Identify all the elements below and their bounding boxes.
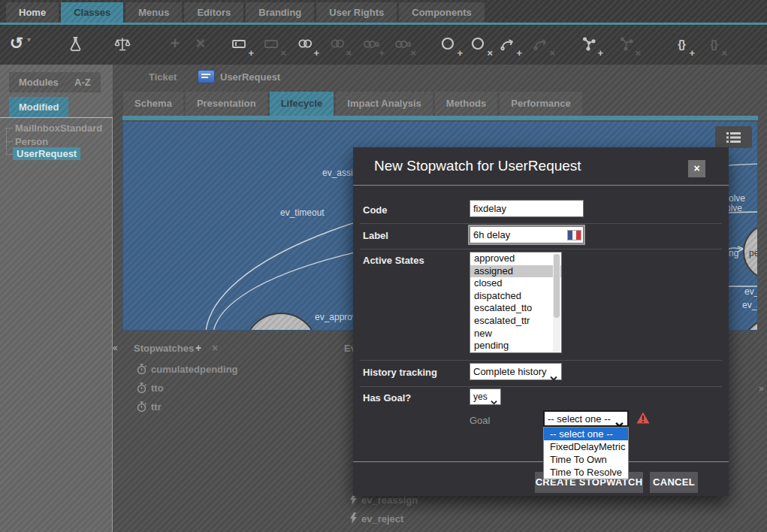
transition-label-ev-timeout[interactable]: ev_timeout	[280, 207, 325, 218]
history-tracking-label: History tracking	[363, 367, 437, 378]
add-method-icon[interactable]: {}	[671, 33, 692, 56]
list-icon	[726, 131, 742, 144]
modal-header-divider	[353, 185, 729, 186]
listbox-option-assigned[interactable]: assigned	[470, 265, 561, 278]
goal-option-time-to-own[interactable]: Time To Own	[544, 453, 628, 466]
goal-label: Goal	[470, 415, 490, 426]
cancel-button[interactable]: CANCEL	[650, 472, 698, 493]
tab-accent-bar	[122, 116, 758, 120]
listbox-option-new[interactable]: new	[470, 328, 561, 340]
nav-tab-components[interactable]: Components	[399, 2, 484, 23]
nav-tab-menus[interactable]: Menus	[125, 2, 182, 23]
nav-tab-user-rights[interactable]: User Rights	[316, 2, 397, 23]
stopwatch-item-cumulatedpending[interactable]: cumulatedpending	[151, 364, 238, 375]
listbox-option-escalated-tto[interactable]: escalated_tto	[470, 302, 561, 315]
delete-class-icon[interactable]	[469, 33, 490, 56]
transition-label-ev-reopen[interactable]: ev_reopen	[744, 286, 758, 297]
add-icon[interactable]: +	[165, 33, 186, 56]
breadcrumb-current: UserRequest	[220, 71, 280, 83]
delete-stopwatch-icon[interactable]: ×	[212, 342, 218, 354]
sidebar-tab-modified[interactable]: Modified	[9, 97, 68, 117]
listbox-option-dispatched[interactable]: dispatched	[470, 290, 561, 303]
listbox-option-approved[interactable]: approved	[470, 252, 561, 265]
list-view-toggle-button[interactable]	[715, 126, 752, 148]
row-divider	[360, 360, 722, 361]
history-tracking-value: Complete history	[473, 366, 547, 377]
event-item-ev-reassign[interactable]: ev_reassign	[361, 494, 418, 506]
tab-presentation[interactable]: Presentation	[186, 92, 267, 116]
nav-tab-classes[interactable]: Classes	[61, 2, 123, 23]
row-divider	[360, 249, 722, 249]
state-label-pending: pending	[749, 248, 758, 258]
tab-impact-analysis[interactable]: Impact Analysis	[336, 92, 433, 116]
breadcrumb-parent[interactable]: Ticket	[149, 71, 177, 83]
listbox-option-closed[interactable]: closed	[470, 277, 561, 290]
tree-item-person[interactable]: Person	[15, 136, 48, 147]
delete-transition-icon[interactable]	[531, 33, 552, 56]
tree-guide	[6, 154, 13, 155]
goal-value: -- select one --	[548, 413, 611, 425]
tree-item-mailinboxstandard[interactable]: MailInboxStandard	[15, 122, 102, 134]
goal-option-fixeddelaymetric[interactable]: FixedDelayMetric	[544, 440, 628, 453]
sidebar-tab-modules[interactable]: Modules	[9, 72, 68, 92]
undo-icon[interactable]: ↺	[6, 33, 27, 56]
new-stopwatch-modal: New Stopwatch for UserRequest × Code Lab…	[353, 147, 729, 496]
has-goal-select[interactable]: yes	[470, 388, 501, 405]
listbox-option-pending[interactable]: pending	[470, 340, 561, 352]
has-goal-value: yes	[473, 391, 488, 402]
add-transition-icon[interactable]	[498, 33, 519, 56]
delete-method-icon[interactable]: {}	[703, 33, 724, 56]
listbox-option-escalated-ttr[interactable]: escalated_ttr	[470, 315, 561, 328]
close-icon[interactable]: ×	[688, 160, 705, 177]
nav-tab-editors[interactable]: Editors	[184, 2, 243, 23]
french-flag-icon	[567, 230, 581, 240]
collapse-left-chevron-icon[interactable]: «	[113, 343, 118, 353]
add-stopwatch-icon[interactable]: +	[195, 342, 201, 354]
tab-performance[interactable]: Performance	[500, 92, 581, 116]
transition-label-ev-autoresolve[interactable]: ev_autoresolve	[742, 300, 758, 310]
lightning-icon	[349, 512, 358, 527]
delete-link-icon[interactable]	[328, 33, 349, 56]
compare-scales-icon[interactable]	[112, 33, 133, 56]
toolbar: ↺ ▾ + ×	[0, 25, 767, 65]
delete-field-icon[interactable]	[262, 33, 283, 56]
add-external-key-icon[interactable]	[361, 33, 382, 56]
transition-label-fragment: ng	[729, 248, 738, 258]
active-states-label: Active States	[363, 255, 424, 266]
stopwatch-icon	[137, 401, 146, 416]
listbox-scrollbar[interactable]	[553, 253, 560, 352]
stopwatch-item-ttr[interactable]: ttr	[151, 401, 162, 413]
collapse-right-chevron-icon[interactable]: »	[759, 383, 764, 394]
scrollbar-thumb[interactable]	[554, 254, 560, 318]
add-class-icon[interactable]	[439, 33, 460, 56]
active-states-listbox[interactable]: approved assigned closed dispatched esca…	[470, 252, 562, 353]
nav-tab-branding[interactable]: Branding	[246, 2, 314, 23]
undo-menu-caret-icon[interactable]: ▾	[27, 35, 31, 44]
delete-icon[interactable]: ×	[190, 33, 211, 56]
add-state-icon[interactable]	[579, 33, 600, 56]
event-item-ev-reject[interactable]: ev_reject	[361, 513, 403, 524]
tab-lifecycle[interactable]: Lifecycle	[270, 92, 334, 116]
history-tracking-select[interactable]: Complete history	[470, 363, 562, 380]
test-flask-icon[interactable]	[65, 33, 86, 56]
delete-external-key-icon[interactable]	[392, 33, 413, 56]
add-link-icon[interactable]	[295, 33, 316, 56]
goal-option-select-one[interactable]: -- select one --	[544, 428, 628, 440]
stopwatch-item-tto[interactable]: tto	[151, 382, 164, 394]
goal-select[interactable]: -- select one --	[543, 410, 629, 427]
stopwatches-panel-title: Stopwatches	[134, 343, 194, 354]
userrequest-class-icon	[198, 70, 215, 83]
tree-item-userrequest[interactable]: UserRequest	[13, 147, 80, 160]
sidebar-tab-underline	[0, 117, 113, 118]
sidebar-divider	[112, 118, 113, 532]
nav-tab-home[interactable]: Home	[6, 2, 59, 23]
delete-state-icon[interactable]	[617, 33, 638, 56]
add-field-icon[interactable]	[230, 33, 251, 56]
tab-methods[interactable]: Methods	[435, 92, 497, 116]
code-input[interactable]	[470, 200, 584, 217]
sidebar-tab-az[interactable]: A-Z	[65, 72, 101, 92]
goal-option-time-to-resolve[interactable]: Time To Resolve	[544, 466, 628, 479]
goal-dropdown-list: -- select one -- FixedDelayMetric Time T…	[543, 427, 629, 479]
tree-guide	[6, 128, 13, 128]
tab-schema[interactable]: Schema	[123, 92, 183, 116]
